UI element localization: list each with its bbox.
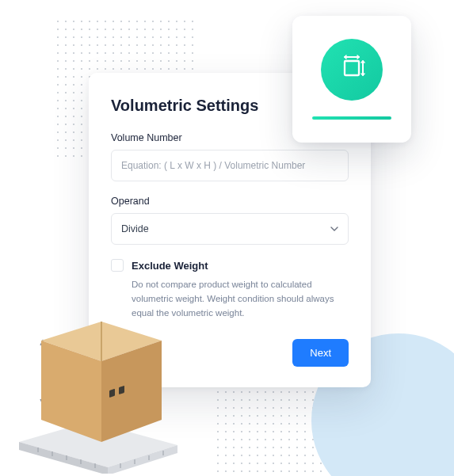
volume-number-input[interactable] bbox=[111, 150, 349, 181]
dimensions-icon bbox=[336, 52, 368, 87]
operand-field: Operand Divide bbox=[111, 196, 349, 245]
package-box-illustration bbox=[14, 315, 189, 474]
exclude-weight-checkbox[interactable] bbox=[111, 259, 124, 272]
operand-selected-value: Divide bbox=[121, 223, 330, 234]
accent-underline bbox=[312, 116, 391, 120]
chevron-down-icon bbox=[330, 225, 338, 233]
dimensions-icon-circle bbox=[321, 39, 383, 101]
operand-select[interactable]: Divide bbox=[111, 213, 349, 245]
exclude-weight-hint: Do not compare product weight to calcula… bbox=[111, 278, 349, 320]
svg-rect-0 bbox=[345, 61, 359, 75]
exclude-weight-row: Exclude Weight bbox=[111, 259, 349, 272]
exclude-weight-label: Exclude Weight bbox=[132, 260, 208, 272]
dimensions-icon-card bbox=[292, 16, 411, 143]
operand-label: Operand bbox=[111, 196, 349, 207]
package-box-icon bbox=[14, 315, 189, 474]
next-button[interactable]: Next bbox=[292, 339, 349, 367]
